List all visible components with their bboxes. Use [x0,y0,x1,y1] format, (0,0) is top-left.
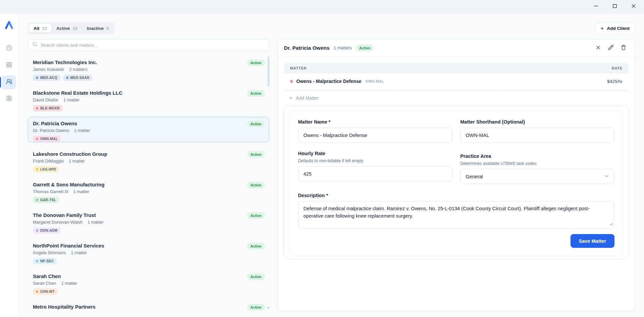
status-badge: Active [247,212,265,219]
client-detail-panel: Dr. Patricia Owens 1 matters Active [278,39,635,311]
save-matter-button[interactable]: Save Matter [571,234,614,248]
client-contact: James Kowalski [33,67,64,72]
client-card[interactable]: The Donovan Family Trust Margaret Donova… [28,209,269,234]
tab-count: 10 [42,26,47,31]
rate-column-header: RATE [612,66,623,70]
client-card[interactable]: Dr. Patricia Owens Dr. Patricia Owens 1 … [28,117,269,142]
client-badges: DON-ADM [33,227,264,234]
window-maximize-button[interactable] [610,2,620,12]
client-name: Blackstone Real Estate Holdings LLC [33,90,264,96]
matter-code-badge: NP-SEC [33,258,57,264]
matter-color-dot [290,80,293,83]
matter-name-label: Matter Name * [298,119,452,125]
client-badges: CHN-WT [33,288,264,295]
window-minimize-button[interactable] [591,2,601,12]
client-name: Metro Hospitality Partners [33,304,264,310]
hourly-rate-label: Hourly Rate [298,151,452,156]
matter-code-badge: CHN-WT [33,288,58,295]
shorthand-label: Matter Shorthand (Optional) [460,119,615,125]
sidebar-item-dashboard[interactable] [2,58,16,73]
matter-name-input[interactable] [298,128,452,143]
practice-area-value: General [466,174,483,179]
matter-rate: $425/hr [607,79,623,84]
delete-client-button[interactable] [618,43,629,53]
client-contact: David Okafor [33,97,58,102]
sidebar-item-clients[interactable] [2,75,16,89]
maximize-icon [612,3,618,10]
sidebar-nav [2,42,16,106]
client-list-panel: Meridian Technologies Inc. James Kowalsk… [28,39,269,317]
status-badge: Active [247,151,265,158]
shorthand-input[interactable] [460,128,615,143]
client-card[interactable]: Sarah Chen Sarah Chen 1 matter CHN-WT Ac… [28,270,269,295]
description-field-group: Description * Defense of medical malprac… [298,193,614,229]
close-icon [631,3,637,10]
status-badge: Active [247,304,265,311]
chevron-down-icon [604,174,609,180]
client-contact: Angela Simmons [33,250,66,255]
tab-count: 0 [106,26,109,31]
matter-code-badge: DON-ADM [33,227,60,234]
matter-row[interactable]: Owens - Malpractice Defense OWN-MAL $425… [284,74,629,89]
hourly-rate-input[interactable] [298,166,452,181]
main-content: All 10 Active 10 Inactive 0 + Add Client… [18,13,644,317]
app-logo[interactable] [4,20,14,30]
client-meta: Frank DiMaggio 1 matter [33,158,264,164]
scrollbar-thumb[interactable] [267,56,269,87]
close-detail-button[interactable] [593,43,603,53]
tab-all[interactable]: All 10 [29,24,51,33]
sidebar [0,13,18,317]
client-name: Lakeshore Construction Group [33,151,264,157]
sidebar-item-contacts[interactable] [2,92,16,106]
client-meta: Angela Simmons 1 matter [33,250,264,255]
scrollbar-down-arrow[interactable] [267,307,270,309]
sidebar-item-time[interactable] [2,42,16,56]
client-card[interactable]: NorthPoint Financial Services Angela Sim… [28,239,269,265]
edit-client-button[interactable] [606,43,616,53]
users-icon [6,78,12,86]
practice-area-helper: Determines available UTBMS task codes [460,161,615,166]
practice-area-label: Practice Area [460,153,615,159]
client-card[interactable]: Garrett & Sons Manufacturing Thomas Garr… [28,178,269,203]
add-client-label: Add Client [607,26,630,31]
practice-area-select[interactable]: General [460,169,615,184]
search-input[interactable] [41,43,265,48]
detail-body: MATTER RATE Owens - Malpractice Defense … [278,57,635,265]
description-textarea[interactable]: Defense of medical malpractice claim. Ra… [298,201,614,229]
add-matter-button[interactable]: + Add Matter [289,95,629,101]
matter-code-badge: GAR-TSL [33,197,59,203]
tab-inactive[interactable]: Inactive 0 [83,24,113,33]
client-matter-count: 1 matter [73,189,89,194]
hourly-rate-field-group: Hourly Rate Defaults to non-billable if … [298,151,452,184]
client-card[interactable]: Meridian Technologies Inc. James Kowalsk… [28,56,269,81]
client-badges: NP-SEC [33,258,264,264]
top-toolbar: All 10 Active 10 Inactive 0 + Add Client [28,22,635,34]
client-name: Dr. Patricia Owens [33,121,264,126]
list-scrollbar[interactable] [267,56,269,304]
shorthand-field-group: Matter Shorthand (Optional) [460,119,615,143]
client-badges: OWN-MAL [33,136,264,142]
client-contact: Dr. Patricia Owens [33,128,69,133]
minimize-icon [593,3,599,10]
logo-caret-icon [4,20,14,30]
client-name: Garrett & Sons Manufacturing [33,182,264,187]
status-badge: Active [356,45,374,51]
plus-icon: + [289,95,292,101]
detail-actions [593,43,629,53]
pencil-icon [608,44,614,51]
client-matter-count: 1 matter [71,250,87,255]
client-card[interactable]: Metro Hospitality Partners Active [28,300,269,317]
window-close-button[interactable] [629,2,639,12]
matter-code-badge: MER-ACQ [33,75,60,81]
client-contact: Thomas Garrett III [33,189,68,194]
client-name: NorthPoint Financial Services [33,243,264,248]
client-card[interactable]: Blackstone Real Estate Holdings LLC Davi… [28,86,269,112]
tab-label: Inactive [87,26,104,31]
add-client-button[interactable]: + Add Client [595,22,635,34]
tab-label: All [34,26,39,31]
client-card[interactable]: Lakeshore Construction Group Frank DiMag… [28,147,269,173]
client-meta: David Okafor 1 matter [33,97,264,102]
search-box [28,39,269,51]
tab-active[interactable]: Active 10 [52,24,82,33]
client-meta: Sarah Chen 1 matter [33,281,264,286]
